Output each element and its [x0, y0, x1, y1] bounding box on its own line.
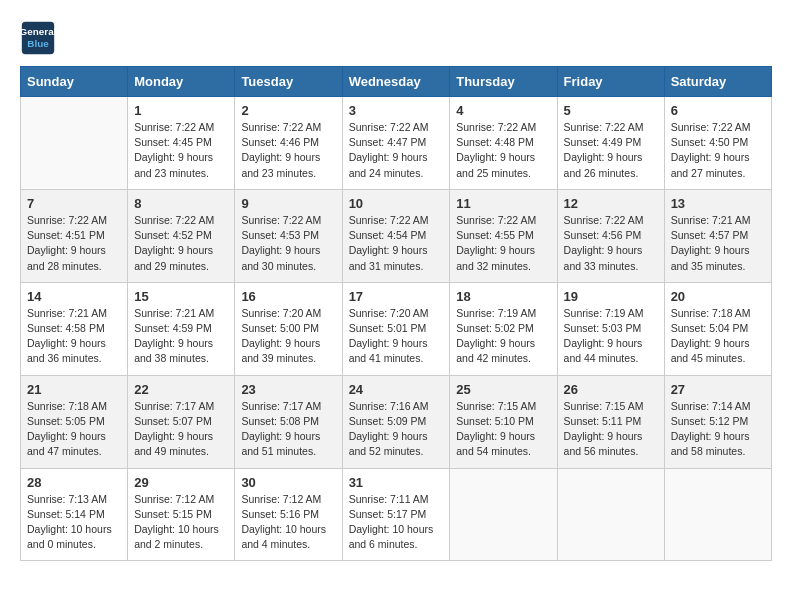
calendar-cell: 18Sunrise: 7:19 AM Sunset: 5:02 PM Dayli… — [450, 282, 557, 375]
day-number: 19 — [564, 289, 658, 304]
day-info: Sunrise: 7:15 AM Sunset: 5:10 PM Dayligh… — [456, 399, 550, 460]
day-info: Sunrise: 7:19 AM Sunset: 5:03 PM Dayligh… — [564, 306, 658, 367]
day-number: 13 — [671, 196, 765, 211]
day-info: Sunrise: 7:22 AM Sunset: 4:53 PM Dayligh… — [241, 213, 335, 274]
day-number: 10 — [349, 196, 444, 211]
day-info: Sunrise: 7:19 AM Sunset: 5:02 PM Dayligh… — [456, 306, 550, 367]
calendar-cell: 12Sunrise: 7:22 AM Sunset: 4:56 PM Dayli… — [557, 189, 664, 282]
day-number: 20 — [671, 289, 765, 304]
day-number: 3 — [349, 103, 444, 118]
day-number: 30 — [241, 475, 335, 490]
weekday-thursday: Thursday — [450, 67, 557, 97]
day-number: 2 — [241, 103, 335, 118]
day-info: Sunrise: 7:11 AM Sunset: 5:17 PM Dayligh… — [349, 492, 444, 553]
day-info: Sunrise: 7:22 AM Sunset: 4:50 PM Dayligh… — [671, 120, 765, 181]
day-number: 23 — [241, 382, 335, 397]
calendar-cell: 6Sunrise: 7:22 AM Sunset: 4:50 PM Daylig… — [664, 97, 771, 190]
calendar-cell: 8Sunrise: 7:22 AM Sunset: 4:52 PM Daylig… — [128, 189, 235, 282]
day-info: Sunrise: 7:22 AM Sunset: 4:46 PM Dayligh… — [241, 120, 335, 181]
calendar-cell: 30Sunrise: 7:12 AM Sunset: 5:16 PM Dayli… — [235, 468, 342, 561]
day-info: Sunrise: 7:17 AM Sunset: 5:08 PM Dayligh… — [241, 399, 335, 460]
calendar-cell: 9Sunrise: 7:22 AM Sunset: 4:53 PM Daylig… — [235, 189, 342, 282]
day-number: 16 — [241, 289, 335, 304]
day-number: 31 — [349, 475, 444, 490]
calendar-cell: 29Sunrise: 7:12 AM Sunset: 5:15 PM Dayli… — [128, 468, 235, 561]
calendar-cell: 2Sunrise: 7:22 AM Sunset: 4:46 PM Daylig… — [235, 97, 342, 190]
day-info: Sunrise: 7:12 AM Sunset: 5:16 PM Dayligh… — [241, 492, 335, 553]
weekday-wednesday: Wednesday — [342, 67, 450, 97]
day-number: 4 — [456, 103, 550, 118]
day-number: 7 — [27, 196, 121, 211]
calendar-week-5: 28Sunrise: 7:13 AM Sunset: 5:14 PM Dayli… — [21, 468, 772, 561]
calendar-cell: 1Sunrise: 7:22 AM Sunset: 4:45 PM Daylig… — [128, 97, 235, 190]
day-info: Sunrise: 7:14 AM Sunset: 5:12 PM Dayligh… — [671, 399, 765, 460]
calendar-cell: 3Sunrise: 7:22 AM Sunset: 4:47 PM Daylig… — [342, 97, 450, 190]
calendar-cell — [21, 97, 128, 190]
calendar-cell: 21Sunrise: 7:18 AM Sunset: 5:05 PM Dayli… — [21, 375, 128, 468]
day-number: 25 — [456, 382, 550, 397]
day-number: 29 — [134, 475, 228, 490]
day-info: Sunrise: 7:22 AM Sunset: 4:45 PM Dayligh… — [134, 120, 228, 181]
day-info: Sunrise: 7:18 AM Sunset: 5:05 PM Dayligh… — [27, 399, 121, 460]
calendar-cell: 14Sunrise: 7:21 AM Sunset: 4:58 PM Dayli… — [21, 282, 128, 375]
calendar-week-2: 7Sunrise: 7:22 AM Sunset: 4:51 PM Daylig… — [21, 189, 772, 282]
calendar-cell: 7Sunrise: 7:22 AM Sunset: 4:51 PM Daylig… — [21, 189, 128, 282]
day-number: 28 — [27, 475, 121, 490]
calendar-cell: 23Sunrise: 7:17 AM Sunset: 5:08 PM Dayli… — [235, 375, 342, 468]
calendar-cell: 19Sunrise: 7:19 AM Sunset: 5:03 PM Dayli… — [557, 282, 664, 375]
calendar-week-4: 21Sunrise: 7:18 AM Sunset: 5:05 PM Dayli… — [21, 375, 772, 468]
calendar-cell: 20Sunrise: 7:18 AM Sunset: 5:04 PM Dayli… — [664, 282, 771, 375]
weekday-header-row: SundayMondayTuesdayWednesdayThursdayFrid… — [21, 67, 772, 97]
day-info: Sunrise: 7:16 AM Sunset: 5:09 PM Dayligh… — [349, 399, 444, 460]
day-number: 6 — [671, 103, 765, 118]
weekday-saturday: Saturday — [664, 67, 771, 97]
day-number: 24 — [349, 382, 444, 397]
calendar-cell: 24Sunrise: 7:16 AM Sunset: 5:09 PM Dayli… — [342, 375, 450, 468]
day-info: Sunrise: 7:22 AM Sunset: 4:47 PM Dayligh… — [349, 120, 444, 181]
day-number: 11 — [456, 196, 550, 211]
calendar-week-3: 14Sunrise: 7:21 AM Sunset: 4:58 PM Dayli… — [21, 282, 772, 375]
svg-text:General: General — [20, 26, 56, 37]
day-number: 8 — [134, 196, 228, 211]
calendar-table: SundayMondayTuesdayWednesdayThursdayFrid… — [20, 66, 772, 561]
day-number: 21 — [27, 382, 121, 397]
weekday-tuesday: Tuesday — [235, 67, 342, 97]
day-number: 18 — [456, 289, 550, 304]
calendar-cell: 10Sunrise: 7:22 AM Sunset: 4:54 PM Dayli… — [342, 189, 450, 282]
day-info: Sunrise: 7:21 AM Sunset: 4:59 PM Dayligh… — [134, 306, 228, 367]
day-number: 27 — [671, 382, 765, 397]
calendar-cell — [450, 468, 557, 561]
calendar-cell — [664, 468, 771, 561]
header: General Blue — [20, 20, 772, 56]
day-info: Sunrise: 7:21 AM Sunset: 4:58 PM Dayligh… — [27, 306, 121, 367]
calendar-cell: 13Sunrise: 7:21 AM Sunset: 4:57 PM Dayli… — [664, 189, 771, 282]
day-number: 1 — [134, 103, 228, 118]
calendar-week-1: 1Sunrise: 7:22 AM Sunset: 4:45 PM Daylig… — [21, 97, 772, 190]
day-number: 5 — [564, 103, 658, 118]
day-number: 22 — [134, 382, 228, 397]
calendar-cell: 31Sunrise: 7:11 AM Sunset: 5:17 PM Dayli… — [342, 468, 450, 561]
calendar-cell: 28Sunrise: 7:13 AM Sunset: 5:14 PM Dayli… — [21, 468, 128, 561]
day-number: 17 — [349, 289, 444, 304]
calendar-cell: 15Sunrise: 7:21 AM Sunset: 4:59 PM Dayli… — [128, 282, 235, 375]
day-info: Sunrise: 7:17 AM Sunset: 5:07 PM Dayligh… — [134, 399, 228, 460]
calendar-cell — [557, 468, 664, 561]
day-number: 26 — [564, 382, 658, 397]
day-info: Sunrise: 7:22 AM Sunset: 4:48 PM Dayligh… — [456, 120, 550, 181]
day-info: Sunrise: 7:21 AM Sunset: 4:57 PM Dayligh… — [671, 213, 765, 274]
calendar-cell: 22Sunrise: 7:17 AM Sunset: 5:07 PM Dayli… — [128, 375, 235, 468]
svg-text:Blue: Blue — [27, 38, 49, 49]
calendar-cell: 26Sunrise: 7:15 AM Sunset: 5:11 PM Dayli… — [557, 375, 664, 468]
calendar-cell: 5Sunrise: 7:22 AM Sunset: 4:49 PM Daylig… — [557, 97, 664, 190]
weekday-friday: Friday — [557, 67, 664, 97]
day-info: Sunrise: 7:22 AM Sunset: 4:51 PM Dayligh… — [27, 213, 121, 274]
day-info: Sunrise: 7:22 AM Sunset: 4:54 PM Dayligh… — [349, 213, 444, 274]
day-number: 14 — [27, 289, 121, 304]
calendar-cell: 17Sunrise: 7:20 AM Sunset: 5:01 PM Dayli… — [342, 282, 450, 375]
day-info: Sunrise: 7:22 AM Sunset: 4:55 PM Dayligh… — [456, 213, 550, 274]
day-info: Sunrise: 7:12 AM Sunset: 5:15 PM Dayligh… — [134, 492, 228, 553]
calendar-cell: 4Sunrise: 7:22 AM Sunset: 4:48 PM Daylig… — [450, 97, 557, 190]
day-info: Sunrise: 7:13 AM Sunset: 5:14 PM Dayligh… — [27, 492, 121, 553]
calendar-cell: 25Sunrise: 7:15 AM Sunset: 5:10 PM Dayli… — [450, 375, 557, 468]
calendar-cell: 11Sunrise: 7:22 AM Sunset: 4:55 PM Dayli… — [450, 189, 557, 282]
